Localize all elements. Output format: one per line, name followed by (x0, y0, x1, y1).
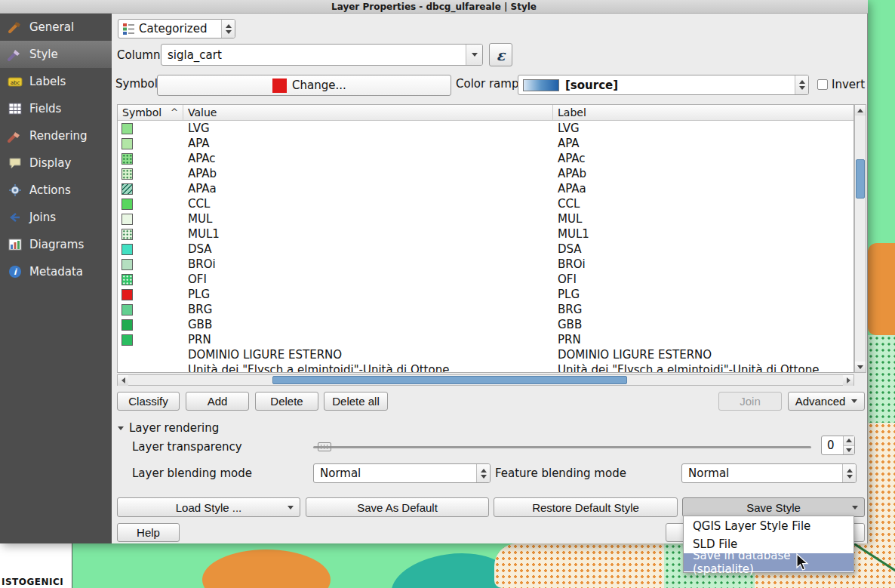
restore-default-style-button[interactable]: Restore Default Style (494, 497, 678, 517)
horizontal-scroll-thumb[interactable] (272, 376, 627, 384)
sidebar-item-labels[interactable]: abc Labels (0, 68, 112, 95)
symbol-label: Symbol (115, 75, 158, 92)
class-row[interactable]: APAbAPAb (118, 166, 853, 181)
actions-gear-icon (8, 183, 23, 198)
classes-table[interactable]: Symbol ^ Value Label LVGLVGAPAAPAAPAcAPA… (117, 104, 854, 373)
stepper-arrows-icon[interactable] (476, 464, 490, 482)
delete-button[interactable]: Delete (255, 392, 318, 411)
class-symbol-swatch[interactable] (121, 319, 133, 331)
class-row[interactable]: MULMUL (118, 211, 853, 226)
scroll-up-icon[interactable] (855, 105, 866, 115)
class-symbol-swatch[interactable] (121, 289, 133, 300)
vertical-scrollbar[interactable] (854, 104, 866, 373)
transparency-spinbox[interactable]: 0 (821, 436, 855, 455)
symbol-change-button[interactable]: Change... (157, 75, 451, 96)
join-button[interactable]: Join (718, 392, 782, 411)
class-row[interactable]: APAaAPAa (118, 181, 853, 196)
renderer-select[interactable]: Categorized (118, 19, 235, 38)
class-symbol-swatch[interactable] (121, 229, 133, 240)
expression-builder-button[interactable]: ε (489, 43, 512, 66)
class-symbol-swatch[interactable] (121, 304, 133, 316)
column-header-symbol[interactable]: Symbol ^ (118, 105, 183, 120)
stepper-arrows-icon[interactable] (842, 464, 856, 482)
class-row[interactable]: APAcAPAc (118, 151, 853, 166)
sidebar-item-general[interactable]: General (0, 14, 112, 41)
class-row[interactable]: PLGPLG (118, 287, 853, 302)
diagram-chart-icon (8, 237, 23, 252)
column-header-label[interactable]: Label (553, 105, 853, 120)
checkbox-icon[interactable] (817, 79, 828, 90)
class-symbol-swatch[interactable] (121, 183, 133, 195)
save-style-button[interactable]: Save Style (682, 497, 865, 517)
load-style-button[interactable]: Load Style ... (117, 497, 300, 517)
class-symbol-swatch[interactable] (121, 244, 133, 255)
spinner-arrows-icon[interactable] (843, 436, 854, 454)
sidebar-item-display[interactable]: Display (0, 149, 112, 177)
sidebar-item-fields[interactable]: Fields (0, 95, 112, 122)
class-row[interactable]: GBBGBB (118, 317, 853, 332)
class-row[interactable]: Unità dei "Flysch a elmintoidi"-Unità di… (118, 362, 853, 373)
scroll-left-icon[interactable] (118, 375, 128, 386)
class-row[interactable]: MUL1MUL1 (118, 226, 853, 242)
transparency-slider[interactable] (313, 441, 811, 453)
sidebar-item-diagrams[interactable]: Diagrams (0, 231, 112, 258)
add-button[interactable]: Add (186, 392, 249, 411)
class-symbol-swatch[interactable] (121, 153, 133, 165)
class-row[interactable]: BRGBRG (118, 302, 853, 317)
class-symbol-swatch[interactable] (121, 214, 133, 225)
class-row[interactable]: PRNPRN (118, 332, 853, 347)
class-value: APAa (183, 182, 553, 195)
scroll-down-icon[interactable] (855, 362, 866, 372)
classify-button[interactable]: Classify (117, 392, 180, 411)
column-select[interactable]: sigla_cart (161, 44, 483, 66)
color-ramp-select[interactable]: [source] (518, 75, 809, 95)
class-symbol-swatch[interactable] (121, 199, 133, 210)
class-label: PRN (553, 333, 853, 346)
class-symbol-swatch[interactable] (121, 168, 133, 180)
chevron-down-icon (288, 506, 294, 509)
sidebar-item-rendering[interactable]: Rendering (0, 122, 112, 149)
class-symbol-swatch[interactable] (121, 259, 133, 270)
advanced-button[interactable]: Advanced (788, 392, 865, 411)
help-button[interactable]: Help (117, 523, 180, 542)
class-row[interactable]: BROiBROi (118, 257, 853, 272)
layer-blending-select[interactable]: Normal (313, 463, 491, 483)
column-header-value[interactable]: Value (183, 105, 553, 120)
chevron-down-icon[interactable] (466, 45, 482, 65)
feature-blending-select[interactable]: Normal (681, 463, 857, 483)
class-row[interactable]: APAAPA (118, 136, 853, 151)
class-row[interactable]: CCLCCL (118, 196, 853, 211)
class-symbol-swatch[interactable] (121, 334, 133, 346)
layer-rendering-section-toggle[interactable]: Layer rendering (118, 421, 219, 435)
sidebar-item-style[interactable]: Style (0, 41, 112, 68)
dialog-titlebar[interactable]: Layer Properties - dbcg_ulfareale | Styl… (0, 0, 868, 14)
stepper-arrows-icon[interactable] (795, 75, 808, 94)
scroll-right-icon[interactable] (843, 375, 853, 386)
map-canvas-right[interactable] (868, 0, 895, 588)
sidebar-item-joins[interactable]: Joins (0, 204, 112, 231)
class-symbol-swatch[interactable] (121, 138, 133, 149)
sidebar-item-actions[interactable]: Actions (0, 177, 112, 204)
class-label: LVG (553, 122, 853, 135)
class-value: DSA (183, 242, 553, 256)
stepper-arrows-icon[interactable] (221, 20, 235, 38)
class-row[interactable]: DOMINIO LIGURE ESTERNODOMINIO LIGURE EST… (118, 347, 853, 362)
class-row[interactable]: LVGLVG (118, 121, 853, 136)
invert-checkbox[interactable]: Invert (817, 78, 865, 91)
vertical-scroll-thumb[interactable] (856, 159, 865, 199)
sidebar-item-label: Labels (29, 75, 66, 88)
class-row[interactable]: OFIOFI (118, 272, 853, 287)
menu-item-qgis-layer-style-file[interactable]: QGIS Layer Style File (684, 517, 853, 535)
delete-all-button[interactable]: Delete all (324, 392, 388, 411)
sidebar-item-metadata[interactable]: i Metadata (0, 258, 112, 285)
class-row[interactable]: DSADSA (118, 242, 853, 257)
wrench-icon (8, 20, 23, 35)
slider-handle[interactable] (318, 442, 331, 451)
menu-item-save-in-database[interactable]: Save in database (spatialite) (684, 553, 853, 571)
horizontal-scrollbar[interactable] (117, 374, 854, 386)
class-symbol-swatch[interactable] (121, 274, 133, 285)
class-symbol-swatch[interactable] (121, 123, 133, 134)
save-as-default-button[interactable]: Save As Default (306, 497, 489, 517)
column-label: Column (117, 47, 160, 63)
chevron-down-icon (852, 506, 858, 509)
